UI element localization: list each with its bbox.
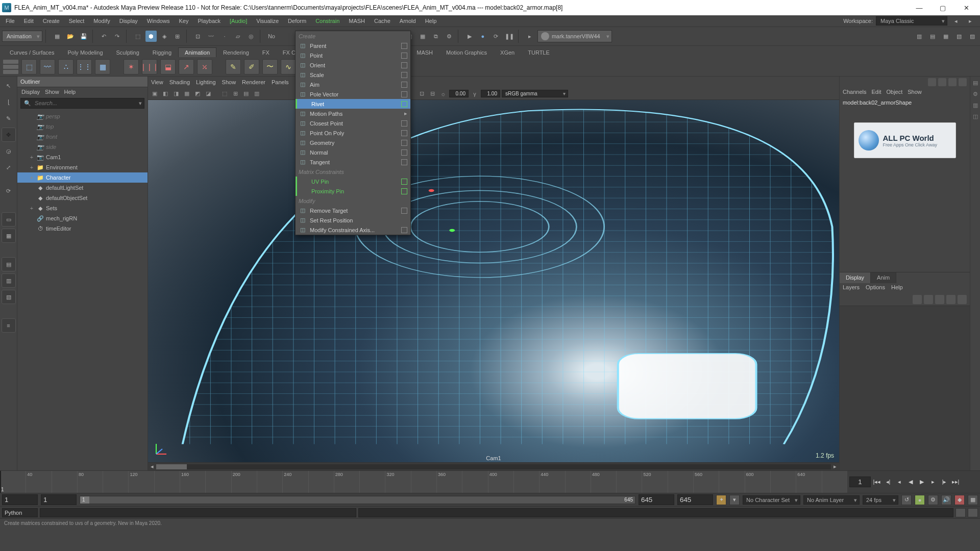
time-slider-track[interactable]: 4080120160200240280320360400440480520560… [0, 471, 847, 493]
step-back-icon[interactable]: ◂ [894, 477, 904, 487]
shelf-icon-2[interactable]: 〰 [40, 59, 55, 74]
pause-icon[interactable]: ❚❚ [504, 31, 515, 42]
cb-icon[interactable] [948, 78, 957, 86]
layer-menu-help[interactable]: Help [891, 284, 903, 292]
layer-icon[interactable] [913, 295, 922, 304]
snap-live-icon[interactable]: ◎ [246, 31, 257, 42]
outliner-item-character[interactable]: +📁Character [17, 172, 148, 183]
snap-grid-icon[interactable]: ⊡ [192, 31, 204, 42]
shelf-icon-12[interactable]: ✐ [244, 59, 259, 74]
menu-item-normal[interactable]: ◫Normal [296, 147, 410, 157]
range-start-field[interactable] [2, 494, 38, 505]
viewport-hscroll[interactable]: ◂ ▸ [148, 462, 839, 470]
menu-display[interactable]: Display [115, 16, 142, 26]
workspace-next-icon[interactable]: ▸ [965, 15, 976, 27]
shelf-options-icon[interactable] [3, 60, 18, 74]
expand-icon[interactable]: + [29, 174, 35, 181]
layer-menu-options[interactable]: Options [866, 284, 885, 292]
move-tool-icon[interactable]: ✥ [2, 128, 16, 142]
menu-mash[interactable]: MASH [344, 16, 370, 26]
outliner-menu-help[interactable]: Help [64, 89, 76, 95]
shelf-icon-5[interactable]: ▦ [95, 59, 110, 74]
menu-file[interactable]: File [1, 16, 19, 26]
outliner-item-side[interactable]: 📷side [17, 142, 148, 152]
sidebar-toggle-5-icon[interactable]: ▨ [967, 31, 978, 42]
layout-2-icon[interactable]: ▥ [2, 273, 16, 288]
range-prefs-icon[interactable]: ▦ [968, 495, 978, 505]
sync-icon[interactable]: ⟳ [491, 31, 502, 42]
shelf-tab-curves-surfaces[interactable]: Curves / Surfaces [3, 47, 61, 57]
expand-icon[interactable]: + [29, 164, 35, 170]
range-track[interactable]: 1 645 [80, 496, 635, 504]
vp-icon[interactable]: ▦ [182, 89, 191, 98]
option-box-icon[interactable] [401, 91, 407, 97]
option-box-icon[interactable] [401, 43, 407, 49]
snap-point-icon[interactable]: · [219, 31, 230, 42]
close-button[interactable]: ✕ [954, 0, 978, 15]
snap-curve-icon[interactable]: 〰 [206, 31, 217, 42]
menu-help[interactable]: Help [421, 16, 442, 26]
colorspace-combo[interactable]: sRGB gamma [502, 90, 568, 97]
shelf-tab-turtle[interactable]: TURTLE [521, 47, 556, 57]
scroll-thumb[interactable] [156, 464, 187, 469]
cache-icon[interactable]: ◆ [954, 495, 965, 505]
outliner-item-persp[interactable]: 📷persp [17, 111, 148, 121]
layer-icon[interactable] [946, 295, 955, 304]
vp-icon[interactable]: ⊡ [417, 89, 426, 98]
select-mode-icon[interactable]: ⬚ [132, 31, 143, 42]
layer-menu-layers[interactable]: Layers [843, 284, 860, 292]
select-component-icon[interactable]: ⊞ [172, 31, 183, 42]
option-box-icon[interactable] [401, 179, 407, 185]
option-box-icon[interactable] [401, 82, 407, 88]
scale-tool-icon[interactable]: ⤢ [2, 160, 16, 174]
option-box-icon[interactable] [401, 101, 407, 107]
character-set-combo[interactable]: No Character Set [743, 495, 800, 505]
menu-cache[interactable]: Cache [370, 16, 395, 26]
sidebar-toggle-4-icon[interactable]: ▧ [953, 31, 965, 42]
fps-combo[interactable]: 24 fps [863, 495, 898, 505]
shelf-icon-4[interactable]: ⋮⋮ [77, 59, 92, 74]
layer-icon[interactable] [958, 295, 967, 304]
option-box-icon[interactable] [401, 130, 407, 136]
viewport-menu-view[interactable]: View [151, 79, 163, 85]
shelf-icon-11[interactable]: ✎ [226, 59, 241, 74]
go-start-icon[interactable]: |◂◂ [872, 477, 882, 487]
cb-icon[interactable] [928, 78, 936, 86]
new-scene-icon[interactable]: ▦ [52, 31, 63, 42]
option-box-icon[interactable] [401, 227, 407, 233]
script-editor-button[interactable] [955, 508, 966, 517]
menu-visualize[interactable]: Visualize [252, 16, 283, 26]
select-object-icon[interactable]: ◈ [159, 31, 170, 42]
menu-edit[interactable]: Edit [19, 16, 38, 26]
playback-start-field[interactable] [41, 494, 77, 505]
undo-icon[interactable]: ↶ [99, 31, 110, 42]
vp-icon[interactable]: ◧ [161, 89, 170, 98]
menu-item-aim[interactable]: ◫Aim [296, 80, 410, 89]
menu-item-point-on-poly[interactable]: ◫Point On Poly [296, 128, 410, 138]
shelf-tab-animation[interactable]: Animation [178, 47, 216, 57]
shelf-tab-sculpting[interactable]: Sculpting [110, 47, 146, 57]
menu-key[interactable]: Key [174, 16, 193, 26]
outliner-search[interactable]: 🔍 Search... [20, 98, 144, 109]
workspace-combo[interactable]: Maya Classic [876, 16, 947, 26]
command-input[interactable] [40, 508, 356, 517]
layer-icon[interactable] [924, 295, 933, 304]
shelf-tab-fx[interactable]: FX [256, 47, 276, 57]
select-hierarchy-icon[interactable]: ⬢ [145, 31, 157, 42]
outliner-menu-display[interactable]: Display [21, 89, 40, 95]
menu-playback[interactable]: Playback [193, 16, 225, 26]
layout-3-icon[interactable]: ▧ [2, 290, 16, 304]
save-scene-icon[interactable]: 💾 [78, 31, 89, 42]
shelf-icon-9[interactable]: ↗ [179, 59, 194, 74]
menu-item-orient[interactable]: ◫Orient [296, 60, 410, 70]
menu-item-closest-point[interactable]: ◫Closest Point [296, 118, 410, 128]
menu-constrain[interactable]: Constrain [311, 16, 344, 26]
cb-icon[interactable] [959, 78, 967, 86]
outliner-item-mech_rigrn[interactable]: 🔗mech_rigRN [17, 213, 148, 223]
sound-icon[interactable]: 🔊 [941, 495, 951, 505]
layer-tab-display[interactable]: Display [840, 272, 871, 283]
vp-icon[interactable]: ⊞ [231, 89, 240, 98]
outliner-item-environment[interactable]: +📁Environment [17, 162, 148, 172]
vp-icon[interactable]: ⬚ [220, 89, 229, 98]
shelf-icon-10[interactable]: ⤰ [197, 59, 212, 74]
